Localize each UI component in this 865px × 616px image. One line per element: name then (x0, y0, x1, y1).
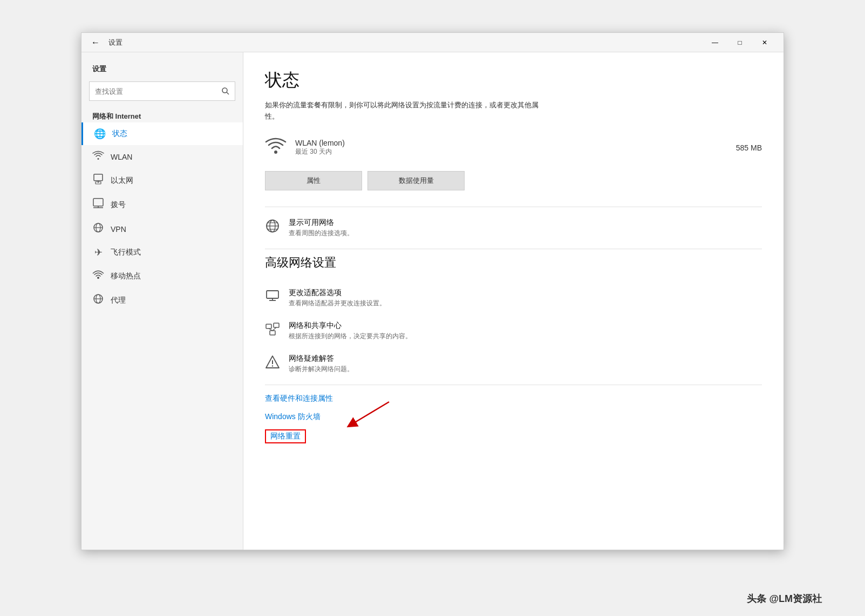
vpn-icon (92, 222, 104, 236)
network-subtitle: 最近 30 天内 (295, 147, 736, 156)
adapter-options-item[interactable]: 更改适配器选项 查看网络适配器并更改连接设置。 (265, 282, 762, 314)
show-networks-name[interactable]: 显示可用网络 (289, 218, 353, 228)
properties-button[interactable]: 属性 (265, 171, 362, 190)
adapter-options-name[interactable]: 更改适配器选项 (289, 288, 386, 298)
troubleshoot-desc: 诊断并解决网络问题。 (289, 365, 353, 374)
search-box (89, 81, 235, 101)
close-button[interactable]: ✕ (752, 33, 777, 52)
window-controls: — □ ✕ (703, 33, 777, 52)
sidebar-item-dialup[interactable]: 拨号 (81, 193, 243, 217)
sidebar-item-ethernet[interactable]: 以太网 (81, 168, 243, 193)
svg-line-33 (351, 402, 389, 425)
sharing-center-desc: 根据所连接到的网络，决定要共享的内容。 (289, 332, 412, 341)
search-button[interactable] (216, 81, 235, 101)
network-name: WLAN (lemon) (295, 139, 736, 147)
svg-point-0 (222, 88, 227, 93)
svg-point-11 (97, 277, 99, 279)
svg-rect-27 (270, 331, 275, 335)
settings-window: ← 设置 — □ ✕ 设置 网络和 Internet (81, 32, 784, 550)
page-title: 状态 (265, 69, 762, 92)
divider-3 (265, 385, 762, 385)
titlebar: ← 设置 — □ ✕ (81, 33, 784, 52)
divider-2 (265, 249, 762, 249)
sharing-center-name[interactable]: 网络和共享中心 (289, 321, 412, 331)
network-card: WLAN (lemon) 最近 30 天内 585 MB (265, 133, 762, 162)
adapter-icon (265, 289, 280, 305)
troubleshoot-text: 网络疑难解答 诊断并解决网络问题。 (289, 354, 353, 374)
maximize-button[interactable]: □ (727, 33, 752, 52)
svg-rect-21 (267, 291, 278, 298)
sidebar-item-hotspot[interactable]: 移动热点 (81, 264, 243, 288)
hotspot-icon (92, 269, 104, 283)
adapter-options-text: 更改适配器选项 查看网络适配器并更改连接设置。 (289, 288, 386, 308)
sharing-center-text: 网络和共享中心 根据所连接到的网络，决定要共享的内容。 (289, 321, 412, 341)
proxy-icon (92, 293, 104, 307)
svg-line-29 (273, 327, 276, 331)
troubleshoot-item[interactable]: 网络疑难解答 诊断并解决网络问题。 (265, 347, 762, 380)
window-body: 设置 网络和 Internet 🌐 状态 (81, 52, 784, 550)
globe-icon (265, 219, 280, 236)
dialup-icon (92, 198, 104, 211)
warning-icon (265, 355, 280, 372)
show-networks-item[interactable]: 显示可用网络 查看周围的连接选项。 (265, 211, 762, 244)
sidebar-label-ethernet: 以太网 (111, 176, 133, 186)
wlan-icon (92, 150, 104, 163)
sidebar-label-wlan: WLAN (111, 153, 132, 161)
status-icon: 🌐 (94, 128, 106, 140)
network-reset-row: 网络重置 (265, 429, 306, 443)
sidebar-item-vpn[interactable]: VPN (81, 217, 243, 241)
sharing-center-item[interactable]: 网络和共享中心 根据所连接到的网络，决定要共享的内容。 (265, 314, 762, 347)
network-reset-container: 网络重置 (265, 426, 306, 447)
network-usage: 585 MB (736, 143, 762, 152)
search-icon (222, 87, 229, 95)
svg-rect-5 (93, 199, 103, 206)
sidebar-label-status: 状态 (112, 129, 127, 139)
svg-line-1 (227, 92, 229, 94)
sidebar-label-dialup: 拨号 (111, 200, 126, 210)
sidebar-label-airplane: 飞行模式 (111, 248, 141, 257)
ethernet-icon (92, 174, 104, 187)
sidebar-item-status[interactable]: 🌐 状态 (81, 122, 243, 145)
svg-rect-26 (274, 323, 279, 327)
sidebar-item-airplane[interactable]: ✈ 飞行模式 (81, 241, 243, 264)
svg-point-32 (272, 365, 273, 366)
sidebar-item-proxy[interactable]: 代理 (81, 288, 243, 312)
advanced-section-title: 高级网络设置 (265, 255, 762, 271)
back-button[interactable]: ← (88, 35, 103, 50)
network-info: WLAN (lemon) 最近 30 天内 (295, 139, 736, 156)
window-title: 设置 (108, 38, 122, 47)
sidebar-item-wlan[interactable]: WLAN (81, 145, 243, 168)
action-buttons: 属性 数据使用量 (265, 171, 762, 190)
troubleshoot-name[interactable]: 网络疑难解答 (289, 354, 353, 364)
page-description: 如果你的流量套餐有限制，则你可以将此网络设置为按流量计费的连接，或者更改其他属性… (265, 100, 546, 122)
svg-rect-2 (94, 174, 103, 181)
svg-point-15 (274, 150, 277, 154)
main-content: 状态 如果你的流量套餐有限制，则你可以将此网络设置为按流量计费的连接，或者更改其… (243, 52, 784, 550)
watermark: 头条 @LM资源社 (747, 592, 822, 605)
red-arrow-annotation (330, 396, 394, 429)
hardware-properties-link[interactable]: 查看硬件和连接属性 (265, 394, 333, 403)
airplane-icon: ✈ (92, 247, 104, 258)
adapter-options-desc: 查看网络适配器并更改连接设置。 (289, 299, 386, 308)
show-networks-text: 显示可用网络 查看周围的连接选项。 (289, 218, 353, 238)
firewall-link[interactable]: Windows 防火墙 (265, 412, 321, 422)
wifi-signal-icon (265, 136, 287, 159)
minimize-button[interactable]: — (703, 33, 727, 52)
app-title: 设置 (81, 52, 243, 78)
sharing-center-icon (265, 322, 280, 339)
nav-group-title: 网络和 Internet (81, 108, 243, 122)
divider-1 (265, 207, 762, 207)
sidebar: 设置 网络和 Internet 🌐 状态 (81, 52, 243, 550)
sidebar-label-hotspot: 移动热点 (111, 271, 141, 281)
svg-rect-25 (266, 324, 271, 328)
show-networks-desc: 查看周围的连接选项。 (289, 229, 353, 238)
network-reset-link[interactable]: 网络重置 (265, 429, 306, 443)
data-usage-button[interactable]: 数据使用量 (367, 171, 465, 190)
sidebar-label-proxy: 代理 (111, 296, 126, 305)
search-input[interactable] (89, 81, 235, 101)
sidebar-label-vpn: VPN (111, 225, 126, 234)
